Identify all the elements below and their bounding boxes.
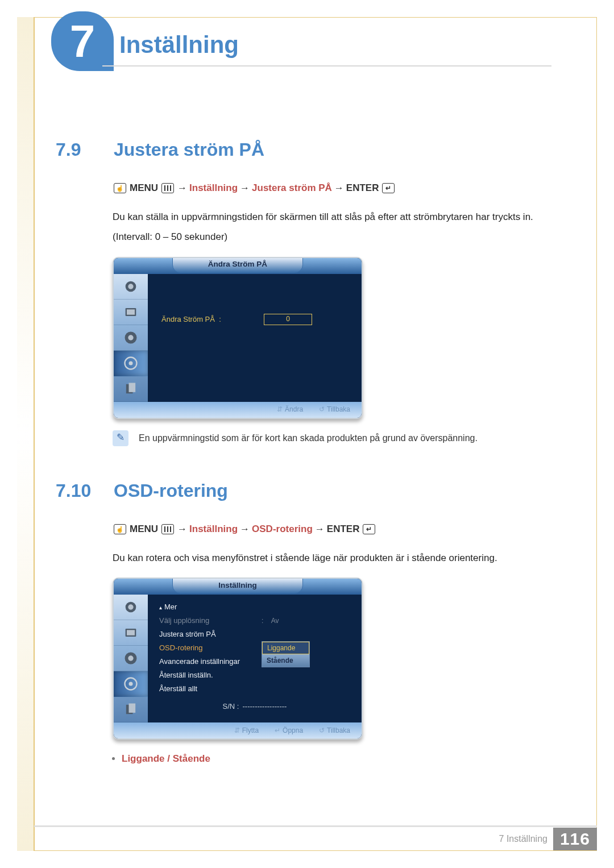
osd-action-back[interactable]: Tillbaka <box>319 725 350 736</box>
chapter-underline <box>102 65 551 67</box>
osd-title: Ändra Ström PÅ <box>172 257 303 273</box>
section-body: MENU → Inställning → OSD-rotering → ENTE… <box>56 521 583 768</box>
note: ✎ En uppvärmningstid som är för kort kan… <box>113 430 583 446</box>
nav-path: MENU → Inställning → OSD-rotering → ENTE… <box>113 521 583 538</box>
nav-p1: Inställning <box>189 180 238 197</box>
paragraph: Du kan ställa in uppvärmningstiden för s… <box>113 209 583 226</box>
svg-rect-3 <box>127 309 135 314</box>
osd-footer: Ändra Tillbaka <box>114 402 362 418</box>
osd-option-landscape[interactable]: Liggande <box>262 642 309 654</box>
nav-arrow: → <box>177 180 187 197</box>
svg-point-7 <box>129 361 133 365</box>
section-7-10: 7.10 OSD-rotering MENU → Inställning → O… <box>51 480 583 768</box>
osd-row-power-on[interactable]: Ändra Ström PÅ : 0 <box>161 313 348 326</box>
osd-main: Ändra Ström PÅ : 0 <box>148 274 362 402</box>
nav-enter: ENTER <box>346 180 379 197</box>
hand-icon <box>114 183 126 193</box>
section-heading: 7.10 OSD-rotering <box>56 480 583 501</box>
menu-icon <box>161 183 174 193</box>
section-body: MENU → Inställning → Justera ström PÅ → … <box>56 180 583 446</box>
osd-serial: S/N : ------------------ <box>159 700 350 713</box>
page-footer: 7 Inställning 116 <box>34 825 597 851</box>
osd-label: Ändra Ström PÅ : <box>161 313 258 326</box>
nav-p2: Justera ström PÅ <box>252 180 332 197</box>
osd-row-adjust-power[interactable]: Justera ström PÅ <box>159 628 350 641</box>
paragraph: Du kan rotera och visa menyfönstret i st… <box>113 550 583 567</box>
enter-icon <box>382 183 395 193</box>
chapter-tab: 7 <box>51 11 114 71</box>
svg-point-15 <box>128 656 133 661</box>
section-title: OSD-rotering <box>114 480 228 501</box>
nav-menu: MENU <box>130 180 158 197</box>
osd-panel-settings: Inställning Mer Välj upplösning <box>113 578 363 740</box>
osd-value-box[interactable]: 0 <box>264 314 312 325</box>
osd-titlebar: Inställning <box>114 579 362 595</box>
section-7-9: 7.9 Justera ström PÅ MENU → Inställning … <box>51 139 583 446</box>
osd-body: Mer Välj upplösning : Av Justera ström P… <box>114 595 362 722</box>
paragraph: (Intervall: 0 – 50 sekunder) <box>113 229 583 246</box>
osd-row-reset-all[interactable]: Återställ allt <box>159 682 350 696</box>
svg-rect-9 <box>129 383 136 392</box>
nav-p1: Inställning <box>189 521 238 538</box>
nav-menu: MENU <box>130 521 158 538</box>
osd-tab-sound[interactable] <box>114 325 148 351</box>
osd-tab-info[interactable] <box>114 376 148 402</box>
osd-action-back[interactable]: Tillbaka <box>319 404 350 415</box>
osd-action-open[interactable]: Öppna <box>275 725 303 736</box>
svg-rect-13 <box>127 630 135 636</box>
list-item: Liggande / Stående <box>122 751 583 767</box>
menu-icon <box>161 524 174 534</box>
osd-row-advanced[interactable]: Avancerade inställningar <box>159 655 350 668</box>
osd-row-more[interactable]: Mer <box>159 600 350 614</box>
osd-tab-picture[interactable] <box>114 595 148 620</box>
left-accent <box>17 17 34 851</box>
page-content: 7 Inställning 7.9 Justera ström PÅ MENU … <box>51 9 583 837</box>
chapter-number: 7 <box>70 15 96 68</box>
osd-main: Mer Välj upplösning : Av Justera ström P… <box>148 595 362 722</box>
osd-dropdown-rotation[interactable]: Liggande Stående <box>262 641 310 667</box>
osd-tab-screen[interactable] <box>114 300 148 325</box>
nav-p2: OSD-rotering <box>252 521 313 538</box>
note-icon: ✎ <box>113 430 128 446</box>
osd-sidebar <box>114 274 148 402</box>
chapter-title: Inställning <box>119 31 239 59</box>
osd-tab-screen[interactable] <box>114 620 148 646</box>
svg-point-5 <box>128 335 133 340</box>
osd-row-osd-rotation[interactable]: OSD-rotering : Liggande Stående <box>159 641 350 655</box>
osd-option-portrait[interactable]: Stående <box>262 654 309 667</box>
osd-action-change[interactable]: Ändra <box>277 404 303 415</box>
osd-titlebar: Ändra Ström PÅ <box>114 258 362 274</box>
osd-body: Ändra Ström PÅ : 0 <box>114 274 362 402</box>
osd-row-resolution: Välj upplösning : Av <box>159 614 350 628</box>
nav-path: MENU → Inställning → Justera ström PÅ → … <box>113 180 583 197</box>
section-number: 7.9 <box>56 139 97 160</box>
section-title: Justera ström PÅ <box>114 139 264 160</box>
osd-title: Inställning <box>172 578 303 593</box>
osd-tab-picture[interactable] <box>114 274 148 300</box>
footer-text: 7 Inställning <box>499 834 547 844</box>
osd-tab-info[interactable] <box>114 697 148 722</box>
osd-action-move[interactable]: Flytta <box>234 725 259 736</box>
osd-tab-setup[interactable] <box>114 671 148 697</box>
option-list: Liggande / Stående <box>122 751 583 767</box>
osd-footer: Flytta Öppna Tillbaka <box>114 722 362 738</box>
osd-sidebar <box>114 595 148 722</box>
note-text: En uppvärmningstid som är för kort kan s… <box>139 430 478 446</box>
enter-icon <box>363 524 375 534</box>
hand-icon <box>114 524 126 534</box>
svg-point-11 <box>128 605 133 610</box>
svg-point-1 <box>128 284 133 289</box>
osd-tab-setup[interactable] <box>114 351 148 376</box>
nav-enter: ENTER <box>327 521 360 538</box>
section-number: 7.10 <box>56 480 97 501</box>
osd-tab-sound[interactable] <box>114 646 148 671</box>
section-heading: 7.9 Justera ström PÅ <box>56 139 583 160</box>
svg-point-17 <box>129 682 133 686</box>
osd-row-reset-settings[interactable]: Återställ inställn. <box>159 668 350 682</box>
svg-rect-19 <box>129 704 136 713</box>
osd-panel-power: Ändra Ström PÅ Ändra Ström PÅ : <box>113 257 363 419</box>
page-number: 116 <box>553 828 597 850</box>
